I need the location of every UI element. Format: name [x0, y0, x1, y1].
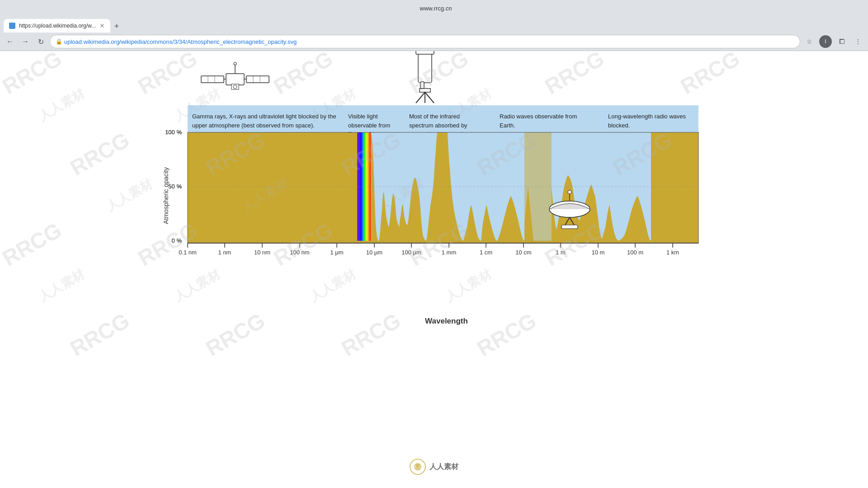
wavelength-label: Wavelength [188, 317, 705, 326]
satellite-illustration [199, 51, 271, 107]
toolbar-right: ☆ I ⧠ ⋮ [803, 35, 864, 48]
svg-text:Atmospheric opacity: Atmospheric opacity [163, 167, 170, 224]
lock-icon: 🔒 [56, 38, 62, 45]
svg-rect-14 [416, 51, 434, 54]
telescope-illustration [407, 51, 443, 107]
watermark-17: RRCG [66, 308, 134, 361]
active-tab[interactable]: https://upload.wikimedia.org/w... ✕ [4, 19, 110, 33]
svg-text:10 nm: 10 nm [254, 249, 270, 256]
address-input[interactable]: 🔒 upload.wikimedia.org/wikipedia/commons… [50, 35, 800, 48]
title-bar: www.rrcg.cn [0, 0, 868, 16]
profile-button[interactable]: I [819, 35, 832, 48]
browser-chrome: www.rrcg.cn https://upload.wikimedia.org… [0, 0, 868, 51]
back-button[interactable]: ← [4, 35, 16, 48]
svg-line-18 [425, 92, 434, 103]
svg-rect-15 [420, 82, 424, 89]
reload-button[interactable]: ↻ [34, 35, 47, 48]
bookmark-button[interactable]: ☆ [803, 35, 816, 48]
svg-line-17 [416, 92, 425, 103]
svg-text:100 m: 100 m [627, 249, 643, 256]
svg-text:100 %: 100 % [165, 129, 182, 136]
svg-text:1 μm: 1 μm [330, 249, 343, 256]
new-tab-button[interactable]: + [110, 20, 123, 33]
watermark-5: RRCG [541, 51, 609, 99]
svg-text:10 μm: 10 μm [366, 249, 382, 256]
svg-text:1 nm: 1 nm [218, 249, 231, 256]
svg-text:1 km: 1 km [666, 249, 679, 256]
svg-text:1 cm: 1 cm [480, 249, 492, 256]
watermark-3: RRCG [269, 51, 337, 99]
svg-text:1 mm: 1 mm [442, 249, 457, 256]
svg-rect-2 [246, 76, 269, 83]
watermark-1: RRCG [0, 51, 66, 99]
cn-watermark-8: 人人素材 [35, 266, 88, 306]
svg-rect-73 [561, 225, 578, 229]
svg-rect-0 [226, 74, 244, 85]
watermark-6: RRCG [676, 51, 744, 99]
window-title: www.rrcg.cn [7, 5, 864, 12]
svg-text:0 %: 0 % [172, 237, 182, 244]
tab-favicon [9, 23, 15, 29]
watermark-7: RRCG [66, 127, 134, 180]
forward-button[interactable]: → [19, 35, 32, 48]
menu-button[interactable]: ⋮ [852, 35, 864, 48]
svg-text:人人: 人人 [413, 465, 422, 469]
cn-watermark-1: 人人素材 [35, 85, 88, 125]
chart-area: Gamma rays, X-rays and ultraviolet light… [163, 105, 705, 326]
tab-title: https://upload.wikimedia.org/w... [19, 23, 96, 29]
tab-bar: https://upload.wikimedia.org/w... ✕ + [0, 16, 868, 33]
svg-text:1 m: 1 m [556, 249, 566, 256]
svg-text:10 cm: 10 cm [515, 249, 531, 256]
tab-close-button[interactable]: ✕ [99, 22, 105, 29]
url-text: upload.wikimedia.org/wikipedia/commons/3… [64, 38, 297, 45]
extensions-button[interactable]: ⧠ [835, 35, 848, 48]
svg-text:50 %: 50 % [168, 183, 182, 190]
watermark-2: RRCG [134, 51, 202, 99]
address-bar: ← → ↻ 🔒 upload.wikimedia.org/wikipedia/c… [0, 33, 868, 51]
watermark-12: RRCG [0, 217, 66, 271]
svg-rect-16 [420, 89, 430, 92]
svg-text:10 m: 10 m [592, 249, 605, 256]
svg-rect-1 [201, 76, 224, 83]
page-content: RRCG RRCG RRCG RRCG RRCG RRCG RRCG RRCG … [0, 51, 868, 488]
svg-text:100 μm: 100 μm [401, 249, 421, 256]
main-chart-svg: Gamma rays, X-rays and ultraviolet light… [163, 105, 705, 313]
footer-logo: 人人 人人素材 [410, 459, 458, 475]
svg-rect-13 [418, 51, 432, 83]
cn-watermark-5: 人人素材 [103, 175, 156, 216]
svg-point-70 [568, 190, 571, 194]
svg-text:0.1 nm: 0.1 nm [179, 249, 197, 256]
svg-text:100 nm: 100 nm [290, 249, 309, 256]
